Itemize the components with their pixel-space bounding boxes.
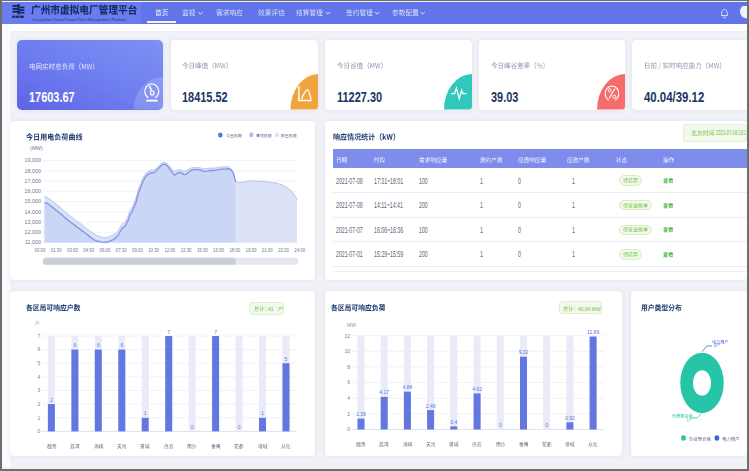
svg-text:0.92: 0.92 [565, 415, 575, 421]
svg-text:4.17: 4.17 [379, 389, 389, 395]
svg-text:4: 4 [347, 395, 350, 401]
svg-text:4.62: 4.62 [472, 386, 482, 392]
svg-text:8: 8 [347, 364, 350, 370]
svg-text:9.32: 9.32 [519, 349, 529, 355]
svg-text:6: 6 [347, 379, 350, 385]
svg-text:0: 0 [347, 426, 350, 432]
svg-text:0.4: 0.4 [450, 419, 457, 425]
svg-text:1.39: 1.39 [356, 411, 366, 417]
svg-text:11.89: 11.89 [587, 329, 599, 335]
svg-text:4.84: 4.84 [403, 384, 413, 390]
svg-text:2.49: 2.49 [426, 403, 436, 409]
svg-text:12: 12 [344, 333, 350, 339]
svg-text:10: 10 [344, 348, 350, 354]
svg-text:2: 2 [347, 411, 350, 417]
svg-text:0: 0 [545, 422, 548, 428]
svg-text:0: 0 [499, 422, 502, 428]
